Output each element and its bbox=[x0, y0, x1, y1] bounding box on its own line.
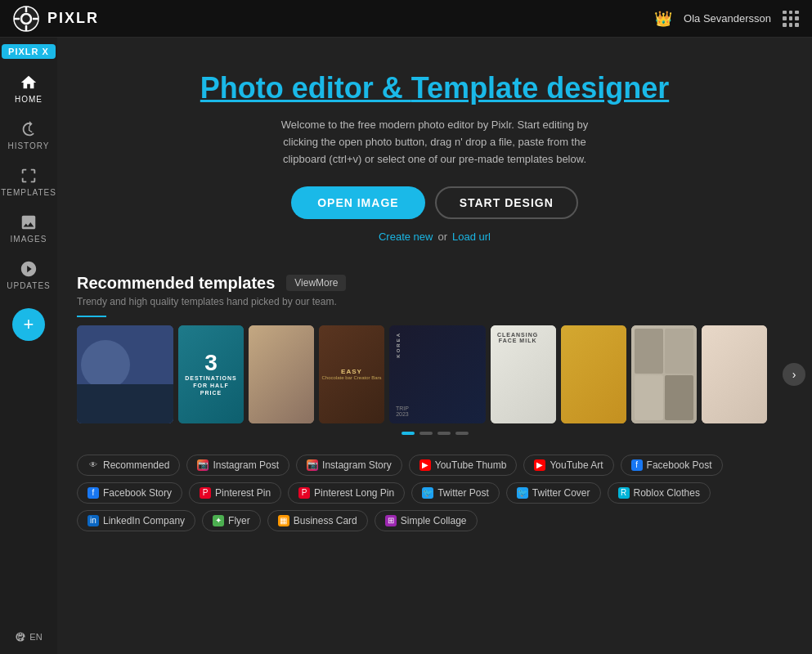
lang-label: EN bbox=[29, 632, 42, 642]
user-name: Ola Sevandersson bbox=[684, 12, 771, 25]
hero-or-text: or bbox=[437, 231, 447, 243]
linkedin-company-label: LinkedIn Company bbox=[103, 515, 185, 526]
sidebar-item-history-label: HISTORY bbox=[7, 141, 49, 150]
linkedin-company-icon: in bbox=[87, 515, 99, 526]
hero-title: Photo editor & Template designer bbox=[106, 70, 763, 105]
category-tag-recommended[interactable]: 👁Recommended bbox=[77, 455, 180, 476]
pinterest-long-label: Pinterest Long Pin bbox=[314, 487, 394, 499]
instagram-post-icon: 📷 bbox=[197, 459, 209, 471]
template-card[interactable]: CLEANSINGFACE MILK bbox=[491, 325, 556, 423]
gallery-dot[interactable] bbox=[419, 432, 433, 435]
hero-links: Create new or Load url bbox=[106, 231, 763, 243]
category-tag-youtube-thumb[interactable]: ▶YouTube Thumb bbox=[409, 455, 518, 476]
gallery-dot[interactable] bbox=[402, 432, 415, 435]
sidebar-item-updates-label: UPDATES bbox=[7, 281, 51, 290]
category-tag-pinterest-long[interactable]: PPinterest Long Pin bbox=[288, 482, 405, 504]
globe-icon bbox=[15, 631, 26, 643]
youtube-thumb-label: YouTube Thumb bbox=[435, 459, 507, 471]
facebook-post-icon: f bbox=[631, 459, 643, 471]
hero-description: Welcome to the free modern photo editor … bbox=[263, 117, 607, 168]
gallery-next-arrow[interactable]: › bbox=[783, 363, 805, 386]
category-tag-flyer[interactable]: ✦Flyer bbox=[202, 510, 261, 531]
category-tag-linkedin-company[interactable]: inLinkedIn Company bbox=[77, 510, 195, 531]
sidebar-item-home[interactable]: HOME bbox=[0, 65, 57, 112]
category-tag-youtube-art[interactable]: ▶YouTube Art bbox=[523, 455, 613, 476]
fab-button[interactable]: + bbox=[12, 308, 45, 341]
twitter-post-label: Twitter Post bbox=[437, 487, 489, 499]
business-card-label: Business Card bbox=[294, 515, 357, 526]
instagram-story-icon: 📷 bbox=[307, 459, 318, 471]
load-url-link[interactable]: Load url bbox=[452, 231, 491, 243]
template-card[interactable] bbox=[77, 325, 173, 423]
topbar: PIXLR 👑 Ola Sevandersson bbox=[0, 0, 812, 38]
sidebar-item-images[interactable]: IMAGES bbox=[0, 205, 57, 252]
hero-section: Photo editor & Template designer Welcome… bbox=[57, 38, 812, 259]
facebook-post-label: Facebook Post bbox=[647, 459, 712, 471]
topbar-left: PIXLR bbox=[13, 6, 99, 32]
facebook-story-icon: f bbox=[87, 487, 99, 499]
sidebar-item-templates-label: TEMPLATES bbox=[1, 188, 56, 197]
create-new-link[interactable]: Create new bbox=[379, 231, 433, 243]
gallery-dot[interactable] bbox=[437, 432, 451, 435]
main-content: Photo editor & Template designer Welcome… bbox=[57, 38, 812, 654]
simple-collage-icon: ⊞ bbox=[385, 515, 397, 526]
category-tag-twitter-post[interactable]: 🐦Twitter Post bbox=[411, 482, 500, 504]
pixlr-logo-icon bbox=[13, 6, 39, 32]
history-icon bbox=[20, 120, 38, 138]
start-design-button[interactable]: START DESIGN bbox=[435, 186, 578, 219]
sidebar-item-templates[interactable]: TEMPLATES bbox=[0, 159, 57, 205]
crown-icon: 👑 bbox=[654, 10, 672, 28]
language-selector[interactable]: EN bbox=[0, 631, 57, 643]
templates-section: Recommended templates ViewMore Trendy an… bbox=[57, 259, 812, 443]
flyer-label: Flyer bbox=[228, 515, 250, 526]
template-card[interactable] bbox=[702, 325, 767, 423]
template-card[interactable]: KOREA TRIP2023 bbox=[389, 325, 486, 423]
template-card[interactable] bbox=[631, 325, 697, 423]
open-image-button[interactable]: OPEN IMAGE bbox=[291, 186, 424, 219]
sidebar: PIXLR X HOME HISTORY TEMPLATES IMAGES bbox=[0, 38, 57, 654]
template-card[interactable]: 3 DESTINATIONSFOR HALFPRICE bbox=[178, 325, 244, 423]
template-gallery: 3 DESTINATIONSFOR HALFPRICE bbox=[77, 325, 792, 423]
template-card[interactable]: EASY Chocolate bar Creator Bars bbox=[319, 325, 384, 423]
hero-title-part1: Photo editor & bbox=[200, 71, 411, 105]
templates-icon bbox=[20, 167, 38, 185]
category-tag-facebook-story[interactable]: fFacebook Story bbox=[77, 482, 182, 504]
template-card[interactable] bbox=[561, 325, 626, 423]
pinterest-pin-icon: P bbox=[200, 487, 211, 499]
category-tag-business-card[interactable]: ▦Business Card bbox=[267, 510, 368, 531]
business-card-icon: ▦ bbox=[278, 515, 289, 526]
view-more-button[interactable]: ViewMore bbox=[286, 275, 346, 291]
pixlr-x-badge[interactable]: PIXLR X bbox=[2, 44, 56, 59]
twitter-cover-icon: 🐦 bbox=[517, 487, 528, 499]
sidebar-item-history[interactable]: HISTORY bbox=[0, 112, 57, 159]
roblox-clothes-icon: R bbox=[618, 487, 630, 499]
category-tag-pinterest-pin[interactable]: PPinterest Pin bbox=[189, 482, 281, 504]
section-underline bbox=[77, 316, 106, 317]
recommended-label: Recommended bbox=[103, 459, 169, 471]
sidebar-item-home-label: HOME bbox=[15, 95, 43, 104]
twitter-cover-label: Twitter Cover bbox=[532, 487, 590, 499]
pinterest-long-icon: P bbox=[298, 487, 310, 499]
images-icon bbox=[20, 213, 38, 231]
instagram-story-label: Instagram Story bbox=[322, 459, 392, 471]
hero-title-part2: Template designer bbox=[411, 71, 669, 105]
apps-grid-icon[interactable] bbox=[783, 11, 799, 27]
main-layout: PIXLR X HOME HISTORY TEMPLATES IMAGES bbox=[0, 38, 812, 654]
updates-icon bbox=[20, 260, 38, 278]
category-tag-simple-collage[interactable]: ⊞Simple Collage bbox=[375, 510, 478, 531]
recommended-icon: 👁 bbox=[87, 459, 99, 471]
category-tag-twitter-cover[interactable]: 🐦Twitter Cover bbox=[506, 482, 601, 504]
sidebar-item-updates[interactable]: UPDATES bbox=[0, 252, 57, 298]
category-tag-facebook-post[interactable]: fFacebook Post bbox=[621, 455, 723, 476]
category-tag-instagram-post[interactable]: 📷Instagram Post bbox=[186, 455, 289, 476]
roblox-clothes-label: Roblox Clothes bbox=[634, 487, 700, 499]
gallery-dot[interactable] bbox=[455, 432, 469, 435]
category-tag-roblox-clothes[interactable]: RRoblox Clothes bbox=[608, 482, 711, 504]
template-gallery-wrapper: 3 DESTINATIONSFOR HALFPRICE bbox=[77, 325, 792, 423]
app-name: PIXLR bbox=[47, 10, 99, 27]
pinterest-pin-label: Pinterest Pin bbox=[215, 487, 271, 499]
template-card[interactable] bbox=[249, 325, 314, 423]
category-tags-section: 👁Recommended📷Instagram Post📷Instagram St… bbox=[57, 443, 812, 540]
category-tag-instagram-story[interactable]: 📷Instagram Story bbox=[296, 455, 402, 476]
sidebar-item-images-label: IMAGES bbox=[11, 235, 47, 244]
